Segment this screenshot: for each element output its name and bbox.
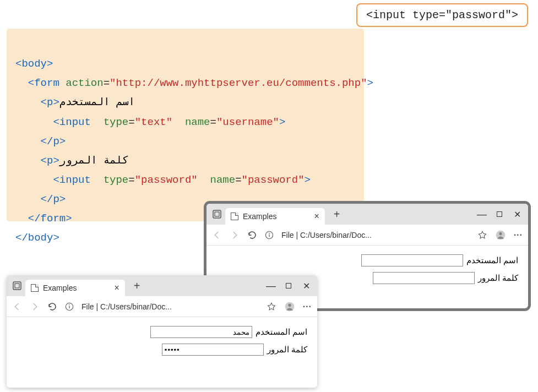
code-token: </p>: [41, 193, 66, 205]
password-input[interactable]: [373, 272, 475, 284]
code-token: "password": [135, 174, 198, 186]
address-bar: File | C:/Users/binar/Doc... ···: [206, 225, 528, 246]
titlebar: Examples × + — ✕: [206, 204, 528, 225]
password-row: كلمة المرور: [17, 344, 307, 356]
code-token: >: [279, 116, 285, 128]
username-label: اسم المستخدم: [256, 327, 307, 337]
svg-rect-7: [13, 282, 21, 290]
code-token: <p>: [41, 96, 59, 108]
callout-text: <input type="password">: [366, 9, 518, 21]
close-window-button[interactable]: ✕: [297, 281, 315, 291]
code-token: <input: [53, 116, 90, 128]
code-token: </p>: [41, 135, 66, 148]
reload-button[interactable]: [247, 230, 257, 240]
forward-button[interactable]: [230, 230, 240, 240]
username-label: اسم المستخدم: [466, 255, 518, 265]
page-content: اسم المستخدم كلمة المرور: [7, 317, 317, 370]
code-token: </form>: [28, 213, 72, 225]
url-text[interactable]: File | C:/Users/binar/Doc...: [81, 302, 259, 311]
favorite-button[interactable]: [267, 302, 276, 312]
url-text[interactable]: File | C:/Users/binar/Doc...: [281, 231, 470, 239]
code-token: "username": [216, 116, 279, 128]
username-row: اسم المستخدم: [17, 326, 307, 338]
password-label: كلمة المرور: [478, 273, 518, 283]
close-icon[interactable]: ×: [314, 211, 319, 221]
code-token: type: [104, 116, 129, 128]
callout-input-password: <input type="password">: [356, 3, 528, 27]
code-text: اسم المستخدم: [59, 96, 135, 108]
browser-tab[interactable]: Examples ×: [25, 280, 125, 296]
address-bar: File | C:/Users/binar/Doc... ···: [7, 296, 317, 317]
svg-point-11: [69, 304, 70, 305]
svg-point-4: [269, 232, 270, 233]
password-label: كلمة المرور: [267, 345, 307, 355]
svg-point-6: [499, 232, 502, 235]
username-input[interactable]: [150, 326, 252, 338]
new-tab-button[interactable]: +: [330, 208, 344, 221]
username-input[interactable]: [361, 254, 463, 266]
code-token: name: [185, 116, 210, 128]
browser-window-filled: Examples × + — ✕ File | C:/Users/binar/D…: [7, 275, 317, 388]
code-token: action: [66, 77, 103, 89]
code-text: كلمة المرور: [59, 155, 129, 167]
code-token: "password": [242, 174, 305, 186]
back-button[interactable]: [12, 302, 22, 312]
username-row: اسم المستخدم: [216, 254, 518, 266]
code-token: <body>: [15, 58, 53, 70]
code-token: "http://www.myhttpserver.eu/comments.php…: [110, 77, 367, 89]
html-code-block: <body> <form action="http://www.myhttpse…: [7, 29, 364, 221]
maximize-button[interactable]: [280, 281, 297, 290]
reload-button[interactable]: [47, 302, 57, 312]
svg-rect-1: [215, 212, 219, 216]
maximize-button[interactable]: [491, 210, 508, 219]
tab-title: Examples: [43, 284, 77, 292]
svg-rect-8: [15, 284, 19, 288]
profile-button[interactable]: [284, 301, 295, 312]
new-tab-button[interactable]: +: [131, 280, 144, 292]
favorite-button[interactable]: [477, 230, 487, 240]
titlebar: Examples × + — ✕: [7, 275, 317, 296]
document-icon: [231, 213, 238, 220]
tab-title: Examples: [243, 212, 276, 221]
password-input[interactable]: [162, 344, 264, 356]
profile-button[interactable]: [495, 230, 506, 241]
tabs-panel-icon[interactable]: [212, 209, 222, 219]
code-token: "text": [135, 116, 172, 128]
more-button[interactable]: ···: [303, 302, 312, 312]
browser-tab[interactable]: Examples ×: [225, 208, 325, 225]
code-token: </body>: [15, 232, 59, 244]
close-icon[interactable]: ×: [114, 283, 119, 293]
site-info-icon[interactable]: [265, 231, 274, 239]
code-token: type: [104, 174, 129, 186]
code-token: >: [367, 77, 373, 89]
more-button[interactable]: ···: [514, 230, 523, 240]
site-info-icon[interactable]: [65, 302, 74, 311]
code-token: <form: [28, 77, 59, 89]
svg-rect-0: [213, 210, 221, 218]
close-window-button[interactable]: ✕: [508, 209, 526, 220]
back-button[interactable]: [212, 230, 222, 240]
code-token: name: [210, 174, 236, 186]
code-token: >: [305, 174, 311, 186]
minimize-button[interactable]: —: [473, 211, 491, 217]
forward-button[interactable]: [30, 302, 40, 312]
document-icon: [31, 284, 39, 292]
minimize-button[interactable]: —: [262, 283, 280, 288]
code-token: <input: [53, 174, 90, 186]
code-token: <p>: [41, 155, 59, 167]
svg-point-13: [288, 303, 291, 306]
tabs-panel-icon[interactable]: [12, 281, 22, 291]
